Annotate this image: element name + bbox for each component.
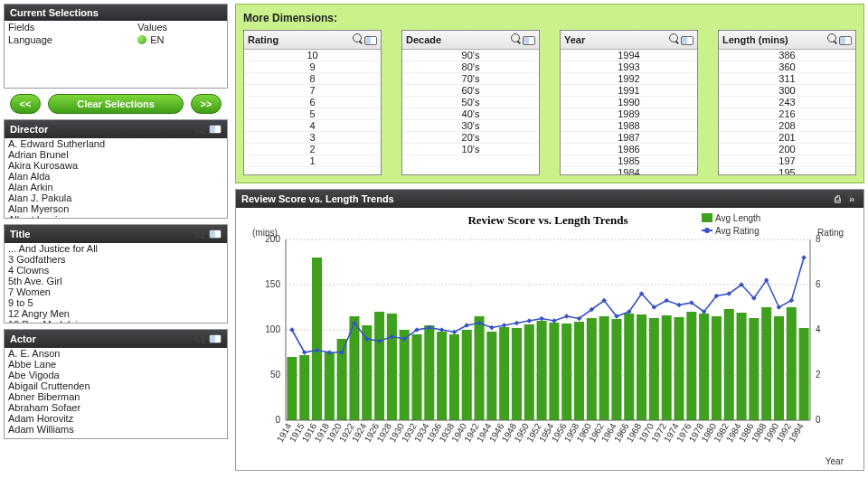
chart-line-point[interactable] [514, 320, 520, 325]
list-item[interactable]: 10 [244, 50, 381, 61]
chart-line-point[interactable] [539, 315, 544, 321]
clear-icon[interactable] [364, 34, 377, 47]
list-item[interactable]: Adrian Brunel [5, 149, 227, 160]
chart-line-point[interactable] [526, 318, 532, 324]
list-item[interactable]: Abe Vigoda [5, 370, 227, 380]
chart-bar[interactable] [537, 321, 547, 420]
forward-button[interactable]: >> [191, 94, 222, 114]
list-item[interactable]: 7 [244, 85, 381, 97]
list-item[interactable]: 216 [719, 108, 855, 120]
list-item[interactable]: A. E. Anson [5, 348, 227, 359]
chart-bar[interactable] [549, 323, 559, 420]
print-icon[interactable]: ⎙ [831, 192, 844, 205]
list-item[interactable]: 5 [244, 108, 381, 120]
chart-bar[interactable] [374, 312, 384, 420]
list-item[interactable]: 1990 [561, 97, 697, 108]
chart-bar[interactable] [686, 312, 696, 420]
chart-bar[interactable] [624, 314, 634, 420]
list-item[interactable]: 1991 [561, 85, 697, 97]
selection-row[interactable]: Language EN [5, 33, 227, 46]
chart-bar[interactable] [499, 327, 509, 420]
chart-bar[interactable] [411, 334, 421, 420]
list-item[interactable]: 311 [719, 73, 855, 85]
back-button[interactable]: << [10, 94, 41, 114]
chart-bar[interactable] [387, 314, 397, 420]
chart-bar[interactable] [512, 328, 522, 420]
list-item[interactable]: Alan Arkin [5, 182, 227, 192]
clear-icon[interactable] [523, 34, 535, 47]
clear-icon[interactable] [209, 123, 222, 136]
list-item[interactable]: 7 Women [5, 286, 227, 297]
list-item[interactable]: Alan Alda [5, 171, 227, 182]
list-item[interactable]: 80's [402, 61, 539, 73]
clear-icon[interactable] [209, 228, 222, 240]
list-item[interactable]: 1987 [561, 132, 697, 144]
chart-bar[interactable] [437, 332, 447, 420]
list-item[interactable]: Abner Biberman [5, 391, 227, 402]
list-item[interactable]: 3 Godfathers [5, 254, 227, 265]
list-item[interactable]: 1989 [561, 108, 697, 120]
list-item[interactable]: 90's [402, 50, 539, 61]
chart-line-point[interactable] [564, 314, 570, 319]
list-item[interactable]: 9 [244, 61, 381, 73]
list-item[interactable]: 1988 [561, 120, 697, 132]
list-item[interactable]: Abbe Lane [5, 359, 227, 370]
list-item[interactable]: Adam Williams [5, 424, 227, 435]
chart-bar[interactable] [712, 316, 722, 420]
list-item[interactable]: 1992 [561, 73, 697, 85]
chart-bar[interactable] [599, 316, 609, 420]
search-icon[interactable] [194, 123, 207, 136]
search-icon[interactable] [510, 33, 523, 45]
list-item[interactable]: Abraham Sofaer [5, 402, 227, 413]
chart-bar[interactable] [424, 325, 434, 420]
chart-bar[interactable] [325, 352, 335, 420]
list-item[interactable]: 243 [719, 97, 855, 108]
list-item[interactable]: 40's [402, 108, 539, 120]
chart-bar[interactable] [299, 355, 309, 420]
list-item[interactable]: 197 [719, 155, 855, 167]
chart-line-point[interactable] [552, 318, 557, 324]
list-item[interactable]: 20's [402, 132, 539, 144]
list-item[interactable]: 1993 [561, 61, 697, 73]
chart-bar[interactable] [475, 316, 485, 420]
list-item[interactable]: 195 [719, 167, 855, 174]
list-item[interactable]: 1986 [561, 144, 697, 155]
list-item[interactable]: Adam Horovitz [5, 413, 227, 424]
list-item[interactable]: 1984 [561, 167, 697, 174]
chart-line-point[interactable] [439, 327, 445, 333]
search-icon[interactable] [668, 33, 681, 45]
list-item[interactable]: 10's [402, 144, 539, 155]
list-item[interactable]: 360 [719, 61, 855, 73]
chart-line-point[interactable] [676, 302, 682, 307]
list-item[interactable]: 8 [244, 73, 381, 85]
list-item[interactable]: Akira Kurosawa [5, 160, 227, 171]
list-item[interactable]: 5th Ave. Girl [5, 276, 227, 286]
list-item[interactable]: 9 to 5 [5, 297, 227, 308]
chart-bar[interactable] [524, 324, 534, 420]
chart-bar[interactable] [400, 330, 410, 420]
list-item[interactable]: Abigail Cruttenden [5, 380, 227, 391]
chart-bar[interactable] [312, 258, 322, 420]
list-item[interactable]: 386 [719, 50, 855, 61]
list-item[interactable]: 4 [244, 120, 381, 132]
chart-bar[interactable] [574, 322, 584, 420]
search-icon[interactable] [826, 33, 839, 45]
chart-bar[interactable] [724, 309, 734, 420]
chart-bar[interactable] [486, 332, 496, 420]
list-item[interactable]: 12 Angry Men [5, 308, 227, 319]
chart-bar[interactable] [662, 315, 672, 420]
clear-selections-button[interactable]: Clear Selections [48, 94, 184, 114]
chart-bar[interactable] [774, 316, 784, 420]
chart-bar[interactable] [674, 317, 684, 420]
list-item[interactable]: 200 [719, 144, 855, 155]
chart-bar[interactable] [787, 307, 797, 420]
chart-bar[interactable] [749, 318, 759, 420]
list-item[interactable]: 2 [244, 144, 381, 155]
list-item[interactable]: 12 Rue Madeleine [5, 319, 227, 323]
fast-forward-icon[interactable]: » [845, 192, 858, 205]
list-item[interactable]: 70's [402, 73, 539, 85]
chart-bar[interactable] [799, 328, 809, 420]
chart-bar[interactable] [287, 357, 297, 420]
list-item[interactable]: Alan Myerson [5, 203, 227, 214]
chart-bar[interactable] [587, 318, 597, 420]
